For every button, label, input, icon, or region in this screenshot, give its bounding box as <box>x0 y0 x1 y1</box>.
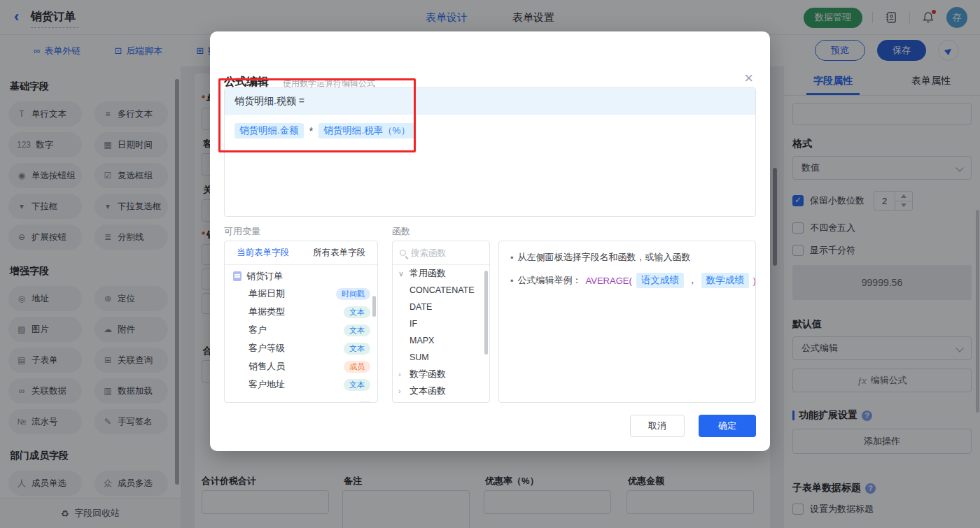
variables-label: 可用变量 <box>224 225 260 238</box>
function-item[interactable]: DATE <box>393 299 489 315</box>
variable-type-badge <box>359 401 370 403</box>
variable-field-name: 单据日期 <box>248 287 285 300</box>
formula-field-chip[interactable]: 销货明细.税率（%） <box>318 123 415 138</box>
variable-type-badge: 成员 <box>344 361 370 373</box>
function-group-math[interactable]: › 数学函数 <box>393 366 489 383</box>
formula-editor[interactable]: 销货明细.税额 = 销货明细.金额 * 销货明细.税率（%） <box>224 87 756 217</box>
variable-field-row[interactable]: 单据类型 文本 <box>225 303 377 321</box>
hint-line-2: 公式编辑举例： AVERAGE( 语文成绩 ， 数学成绩 ) <box>510 273 744 288</box>
formula-editor-modal: 公式编辑 使用数学运算符编辑公式 × 销货明细.税额 = 销货明细.金额 * 销… <box>210 31 770 451</box>
chevron-collapsed-icon: › <box>398 370 405 378</box>
search-icon <box>400 250 406 256</box>
variable-rows: 单据日期 时间戳 单据类型 文本 客户 文本 <box>225 285 377 403</box>
variable-field-name: 客户 <box>248 324 267 336</box>
variable-field-name: 客户地址 <box>248 378 285 391</box>
tab-all-form-fields[interactable]: 所有表单字段 <box>301 241 377 264</box>
close-icon[interactable]: × <box>744 71 753 86</box>
function-search <box>393 241 489 265</box>
variable-type-badge: 文本 <box>344 379 370 391</box>
function-group-label: 常用函数 <box>410 267 446 280</box>
variable-field-name: 单据类型 <box>248 306 285 318</box>
hint-example-prefix: 公式编辑举例： <box>518 274 582 287</box>
variables-tabs: 当前表单字段 所有表单字段 <box>225 241 377 265</box>
app-root: ‹ 销货订单 表单设计 表单设置 数据管理 存 ∞ 表单外链 <box>0 0 980 528</box>
variables-panel: 当前表单字段 所有表单字段 销货订单 单据日期 时间戳 <box>224 241 378 403</box>
form-doc-icon <box>233 271 241 281</box>
function-item[interactable]: IF <box>393 315 489 332</box>
function-group-label: 数学函数 <box>410 368 446 380</box>
formula-target: 销货明细.税额 = <box>225 88 755 115</box>
variable-field-name: 销售人员 <box>248 360 285 373</box>
variables-root-label: 销货订单 <box>246 270 283 283</box>
function-item[interactable]: MAPX <box>393 332 489 349</box>
function-group-common[interactable]: ∨ 常用函数 <box>393 265 489 282</box>
variable-type-badge: 时间戳 <box>336 288 370 300</box>
formula-expression: 销货明细.金额 * 销货明细.税率（%） <box>225 115 755 147</box>
confirm-button[interactable]: 确定 <box>699 415 756 437</box>
function-group-text[interactable]: › 文本函数 <box>393 383 489 399</box>
modal-footer: 取消 确定 <box>630 415 756 437</box>
variables-list: 销货订单 单据日期 时间戳 单据类型 文本 <box>225 265 377 403</box>
functions-label: 函数 <box>392 225 410 238</box>
variable-field-row[interactable]: 客户 文本 <box>225 321 377 339</box>
hint-arg-chip: 数学成绩 <box>701 273 749 288</box>
hint-separator: ， <box>688 274 697 287</box>
function-items: CONCATENATE DATE IF MAPX SUM <box>393 282 489 366</box>
variable-field-row[interactable]: 销售人员 成员 <box>225 357 377 376</box>
hint-function-name: AVERAGE( <box>586 276 632 286</box>
hint-function-close: ) <box>753 276 756 286</box>
hint-arg-chip: 语文成绩 <box>636 273 684 288</box>
functions-panel: ∨ 常用函数 CONCATENATE DATE IF MAPX SUM › 数学… <box>392 241 490 403</box>
variable-field-row[interactable]: 客户地址 文本 <box>225 376 377 394</box>
function-group-label: 文本函数 <box>410 385 446 397</box>
hint-text: 从左侧面板选择字段名和函数，或输入函数 <box>518 251 691 264</box>
variable-field-name: 客户等级 <box>248 342 285 355</box>
variable-field-row[interactable] <box>225 394 377 403</box>
chevron-expanded-icon: ∨ <box>398 269 405 278</box>
hint-line-1: 从左侧面板选择字段名和函数，或输入函数 <box>510 251 744 264</box>
hints-panel: 从左侧面板选择字段名和函数，或输入函数 公式编辑举例： AVERAGE( 语文成… <box>498 241 756 403</box>
cancel-button[interactable]: 取消 <box>630 415 685 437</box>
formula-operator: * <box>309 125 313 136</box>
chevron-collapsed-icon: › <box>398 387 405 395</box>
function-search-input[interactable] <box>411 248 474 258</box>
function-item[interactable]: CONCATENATE <box>393 282 489 299</box>
variable-field-row[interactable]: 客户等级 文本 <box>225 339 377 357</box>
function-item[interactable]: SUM <box>393 349 489 366</box>
variable-type-badge: 文本 <box>344 343 370 355</box>
variable-field-row[interactable]: 单据日期 时间戳 <box>225 285 377 303</box>
tab-current-form-fields[interactable]: 当前表单字段 <box>225 241 301 264</box>
variables-scrollbar[interactable] <box>372 296 376 317</box>
formula-field-chip[interactable]: 销货明细.金额 <box>234 123 304 138</box>
variable-type-badge: 文本 <box>344 306 370 318</box>
variables-root-node[interactable]: 销货订单 <box>225 265 377 285</box>
variable-type-badge: 文本 <box>344 324 370 336</box>
functions-scrollbar[interactable] <box>484 271 488 355</box>
